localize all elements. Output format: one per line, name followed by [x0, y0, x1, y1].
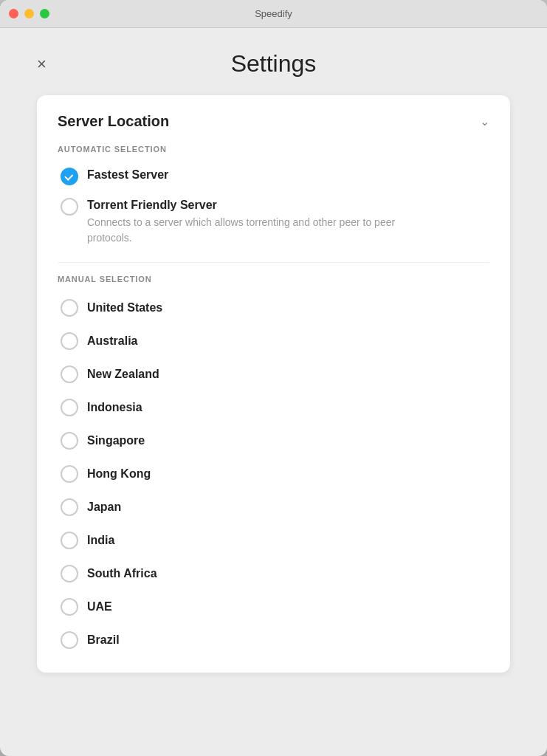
list-item[interactable]: UAE	[58, 591, 489, 622]
australia-label: Australia	[87, 334, 137, 348]
fastest-server-label: Fastest Server	[87, 167, 168, 183]
japan-label: Japan	[87, 501, 121, 514]
manual-selection-label: MANUAL SELECTION	[58, 275, 489, 284]
hong-kong-label: Hong Kong	[87, 467, 151, 481]
south-africa-label: South Africa	[87, 567, 157, 580]
brazil-label: Brazil	[87, 633, 120, 647]
window-title: Speedify	[255, 8, 292, 19]
india-label: India	[87, 534, 114, 547]
singapore-radio[interactable]	[61, 432, 78, 450]
list-item[interactable]: Brazil	[58, 625, 489, 655]
list-item[interactable]: Singapore	[58, 425, 489, 456]
list-item[interactable]: Australia	[58, 326, 489, 356]
maximize-window-button[interactable]	[40, 9, 49, 18]
japan-radio[interactable]	[61, 498, 78, 516]
automatic-selection-label: AUTOMATIC SELECTION	[58, 145, 489, 154]
country-list: United States Australia New Zealand Indo…	[58, 292, 489, 655]
torrent-server-option[interactable]: Torrent Friendly Server Connects to a se…	[58, 193, 489, 250]
list-item[interactable]: India	[58, 525, 489, 555]
new-zealand-radio[interactable]	[61, 365, 78, 383]
divider	[58, 262, 489, 263]
chevron-down-icon[interactable]: ⌄	[480, 114, 489, 128]
united-states-radio[interactable]	[61, 299, 78, 317]
settings-card: Server Location ⌄ AUTOMATIC SELECTION Fa…	[37, 95, 510, 673]
fastest-server-radio[interactable]	[61, 168, 78, 185]
india-radio[interactable]	[61, 532, 78, 549]
singapore-label: Singapore	[87, 434, 145, 447]
list-item[interactable]: Indonesia	[58, 392, 489, 422]
list-item[interactable]: Hong Kong	[58, 458, 489, 489]
brazil-radio[interactable]	[61, 631, 78, 649]
united-states-label: United States	[87, 301, 162, 315]
australia-radio[interactable]	[61, 332, 78, 350]
title-bar: Speedify	[0, 0, 547, 28]
fastest-server-label-group: Fastest Server	[87, 167, 168, 183]
torrent-server-label-group: Torrent Friendly Server Connects to a se…	[87, 197, 397, 246]
new-zealand-label: New Zealand	[87, 368, 159, 381]
list-item[interactable]: South Africa	[58, 558, 489, 588]
fastest-server-option[interactable]: Fastest Server	[58, 162, 489, 190]
indonesia-label: Indonesia	[87, 401, 142, 414]
uae-radio[interactable]	[61, 598, 78, 616]
content-area: × Settings Server Location ⌄ AUTOMATIC S…	[0, 28, 547, 756]
torrent-server-label: Torrent Friendly Server	[87, 197, 397, 213]
list-item[interactable]: New Zealand	[58, 359, 489, 389]
south-africa-radio[interactable]	[61, 565, 78, 583]
list-item[interactable]: Japan	[58, 492, 489, 522]
section-header: Server Location ⌄	[58, 113, 489, 130]
back-close-button[interactable]: ×	[37, 56, 66, 72]
list-item[interactable]: United States	[58, 292, 489, 323]
uae-label: UAE	[87, 600, 112, 614]
page-header: × Settings	[37, 50, 510, 78]
close-window-button[interactable]	[9, 9, 18, 18]
section-title: Server Location	[58, 113, 169, 130]
torrent-server-description: Connects to a server which allows torren…	[87, 215, 397, 246]
indonesia-radio[interactable]	[61, 399, 78, 416]
page-title: Settings	[66, 50, 510, 78]
window-controls	[9, 9, 49, 18]
hong-kong-radio[interactable]	[61, 465, 78, 483]
app-window: Speedify × Settings Server Location ⌄ AU…	[0, 0, 547, 756]
automatic-radio-group: Fastest Server Torrent Friendly Server C…	[58, 162, 489, 250]
torrent-server-radio[interactable]	[61, 198, 78, 216]
minimize-window-button[interactable]	[24, 9, 34, 18]
